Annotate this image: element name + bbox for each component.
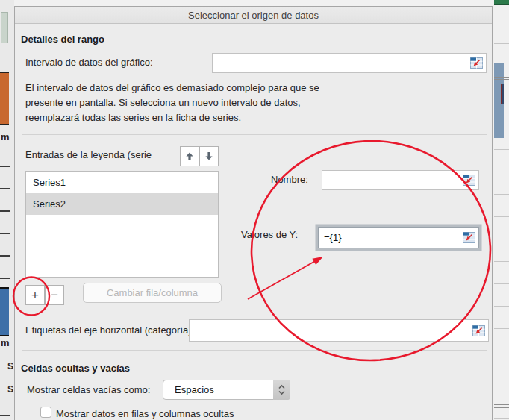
add-series-button[interactable]: + — [25, 285, 45, 305]
dialog-title: Seleccionar el origen de datos — [188, 10, 319, 21]
row-border — [494, 239, 509, 239]
row-border — [0, 188, 10, 189]
series-listbox: Series1 Series2 — [25, 171, 219, 278]
minus-icon: − — [51, 288, 58, 303]
show-empty-cells-label: Mostrar celdas vacías como: — [27, 384, 150, 395]
range-picker-icon[interactable] — [470, 57, 483, 69]
y-values-input[interactable]: ={1} — [318, 227, 479, 248]
series-list-item-selected[interactable]: Series2 — [26, 193, 218, 215]
dialog-titlebar[interactable]: Seleccionar el origen de datos — [15, 7, 492, 24]
range-description-line: reemplazará todas las series en la ficha… — [25, 110, 319, 125]
range-description: El intervalo de datos del gráfico es dem… — [25, 81, 319, 125]
y-values-value: ={1} — [319, 232, 463, 244]
horizontal-axis-labels-input[interactable] — [189, 319, 489, 342]
background-rotated-text: S — [7, 384, 13, 395]
background-navy-bar — [502, 84, 504, 104]
series-list-item[interactable]: Series1 — [26, 172, 218, 193]
move-series-down-button[interactable] — [199, 146, 219, 166]
row-border — [494, 418, 509, 419]
row-border — [0, 278, 10, 279]
row-border — [0, 233, 10, 234]
move-series-up-button[interactable] — [180, 146, 199, 166]
background-excel-green-bar — [494, 0, 509, 5]
row-border — [494, 261, 509, 262]
series-name-input[interactable] — [322, 170, 479, 190]
column-border — [505, 5, 505, 420]
background-cell-letter: m — [1, 131, 10, 142]
show-hidden-data-label: Mostrar datos en filas y columnas oculta… — [56, 408, 234, 419]
range-details-heading: Detalles del rango — [21, 34, 104, 45]
section-divider — [22, 350, 487, 351]
empty-cells-popup[interactable]: Espacios — [163, 380, 290, 400]
plus-icon: + — [31, 288, 39, 303]
chevron-up-down-icon — [278, 384, 286, 395]
arrow-down-icon — [204, 151, 214, 162]
background-orange-cell — [0, 72, 9, 125]
range-picker-icon[interactable] — [463, 175, 475, 186]
range-description-line: presente en pantalla. Si selecciona un n… — [25, 95, 319, 110]
row-border — [494, 306, 509, 307]
series-name-label: Nombre: — [271, 174, 308, 185]
switch-row-column-button[interactable]: Cambiar fila/columna — [83, 283, 222, 303]
background-cell-letter: m — [1, 337, 10, 348]
arrow-up-icon — [184, 151, 195, 162]
row-border — [0, 255, 10, 257]
range-description-line: El intervalo de datos del gráfico es dem… — [25, 81, 319, 95]
section-divider — [22, 134, 487, 135]
background-green-cell — [1, 12, 8, 43]
row-border — [0, 166, 10, 167]
row-border — [494, 216, 509, 217]
row-border — [494, 404, 509, 405]
popup-stepper — [273, 380, 290, 400]
chart-data-range-label: Intervalo de datos del gráfico: — [25, 57, 153, 68]
legend-entries-label: Entradas de la leyenda (serie — [25, 149, 179, 160]
chart-data-range-input[interactable] — [212, 53, 487, 73]
background-spreadsheet-right — [493, 0, 509, 420]
background-spreadsheet-left: m m S S — [0, 0, 14, 420]
row-border — [494, 79, 509, 80]
select-data-source-dialog: Seleccionar el origen de datos Detalles … — [14, 6, 493, 420]
row-border — [494, 194, 509, 195]
row-border — [494, 328, 509, 329]
hidden-cells-heading: Celdas ocultas y vacías — [21, 363, 130, 374]
background-blue-cell — [0, 287, 9, 336]
show-hidden-data-checkbox[interactable] — [40, 407, 51, 418]
remove-series-button[interactable]: − — [45, 285, 64, 305]
row-border — [494, 43, 509, 44]
row-border — [494, 283, 509, 284]
row-border — [494, 77, 509, 78]
range-picker-icon[interactable] — [472, 325, 485, 336]
row-border — [494, 407, 509, 408]
text-caret — [343, 233, 343, 243]
row-border — [0, 210, 10, 212]
row-border — [494, 172, 509, 172]
background-rotated-text: S — [7, 361, 13, 372]
horizontal-axis-labels-label: Etiquetas del eje horizontal (categoría)… — [25, 325, 194, 336]
row-border — [0, 415, 10, 416]
empty-cells-popup-value: Espacios — [163, 384, 273, 395]
range-picker-icon[interactable] — [463, 232, 475, 243]
row-border — [494, 149, 509, 150]
y-values-label: Valores de Y: — [241, 229, 298, 240]
